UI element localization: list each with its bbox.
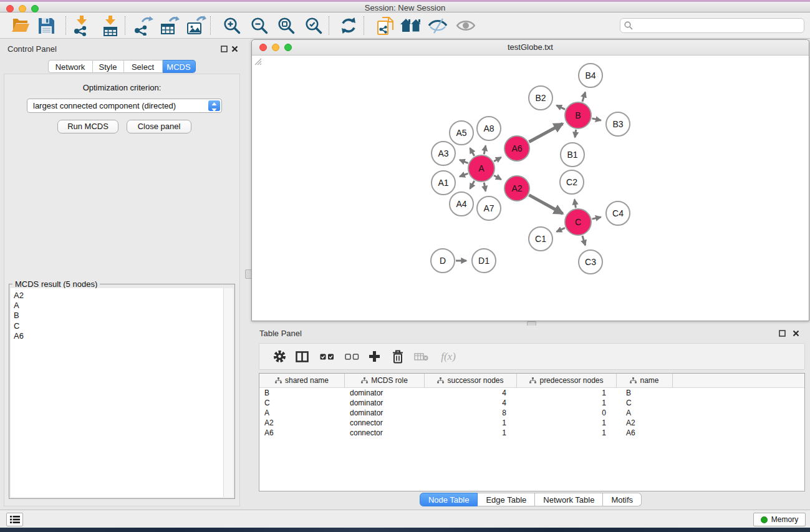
table-cell[interactable]: B: [259, 388, 345, 398]
graph-node-A3[interactable]: A3: [432, 142, 455, 165]
export-table-button[interactable]: [159, 15, 180, 36]
tab-network-table[interactable]: Network Table: [535, 493, 603, 506]
table-row[interactable]: Bdominator41B: [259, 388, 804, 398]
delete-button[interactable]: [388, 344, 407, 369]
mcds-result-item[interactable]: A: [11, 301, 224, 311]
mcds-result-item[interactable]: C: [11, 321, 224, 331]
tab-motifs[interactable]: Motifs: [603, 493, 642, 506]
mcds-result-item[interactable]: A6: [11, 331, 224, 341]
graph-edge-B-B2[interactable]: [556, 105, 565, 110]
import-network-button[interactable]: [71, 15, 92, 36]
mcds-result-scrollbar[interactable]: [223, 288, 233, 497]
import-table-button[interactable]: [100, 15, 121, 36]
open-session-button[interactable]: [10, 15, 31, 36]
zoom-selected-button[interactable]: [303, 15, 324, 36]
table-cell[interactable]: A: [259, 408, 345, 418]
deselect-all-button[interactable]: [342, 344, 361, 369]
graph-edge-C-C1[interactable]: [557, 228, 566, 231]
table-cell[interactable]: 4: [425, 398, 517, 408]
tab-mcds[interactable]: MCDS: [163, 60, 196, 73]
table-cell[interactable]: connector: [345, 418, 425, 428]
table-cell[interactable]: A6: [259, 428, 345, 438]
graph-edge-B-B1[interactable]: [575, 130, 576, 138]
table-cell[interactable]: connector: [345, 428, 425, 438]
network-canvas[interactable]: B4B2BB3A5A8A6A3AB1A1C2A2A4A7C4CC1DD1C3: [252, 56, 809, 321]
graph-node-A6[interactable]: A6: [504, 136, 529, 161]
graph-edge-A-A4[interactable]: [470, 181, 475, 189]
save-session-button[interactable]: [36, 15, 57, 36]
float-table-panel-icon[interactable]: [779, 330, 786, 337]
graph-node-A1[interactable]: A1: [432, 171, 455, 195]
graph-edge-A-A5[interactable]: [470, 148, 475, 156]
memory-button[interactable]: Memory: [753, 513, 806, 526]
table-cell[interactable]: C: [259, 398, 345, 408]
graph-edge-A-A3[interactable]: [460, 160, 468, 163]
graph-node-B2[interactable]: B2: [529, 86, 552, 110]
graph-node-D[interactable]: D: [431, 249, 455, 273]
tab-network[interactable]: Network: [48, 60, 93, 73]
table-cell[interactable]: 1: [425, 418, 517, 428]
table-row[interactable]: A2connector11A2: [259, 418, 804, 428]
table-cell[interactable]: dominator: [345, 398, 425, 408]
column-header-MCDS-role[interactable]: MCDS role: [345, 374, 425, 387]
table-cell[interactable]: dominator: [345, 408, 425, 418]
table-row[interactable]: A6connector11A6: [259, 428, 804, 438]
graph-edge-C-C4[interactable]: [592, 217, 601, 219]
tab-style[interactable]: Style: [93, 60, 124, 73]
graph-edge-B-B3[interactable]: [592, 118, 601, 120]
refresh-button[interactable]: [338, 15, 359, 36]
add-button[interactable]: [365, 344, 383, 369]
tab-node-table[interactable]: Node Table: [420, 493, 478, 506]
table-cell[interactable]: 1: [517, 428, 617, 438]
graph-node-C4[interactable]: C4: [606, 201, 630, 225]
graph-node-C1[interactable]: C1: [529, 227, 552, 251]
graph-edge-A2-C[interactable]: [529, 195, 562, 214]
graph-node-A4[interactable]: A4: [450, 192, 473, 216]
table-cell[interactable]: 1: [425, 428, 517, 438]
graph-node-D1[interactable]: D1: [472, 249, 496, 273]
criterion-select[interactable]: largest connected component (directed): [27, 99, 222, 113]
export-network-button[interactable]: [133, 15, 154, 36]
graph-node-C3[interactable]: C3: [579, 250, 602, 274]
select-all-button[interactable]: [317, 344, 336, 369]
table-cell[interactable]: C: [617, 398, 673, 408]
close-table-panel-icon[interactable]: [793, 330, 799, 337]
graph-node-B4[interactable]: B4: [579, 64, 602, 87]
graph-edge-A-A6[interactable]: [494, 157, 501, 162]
graph-node-C[interactable]: C: [565, 209, 591, 235]
home-layout-button[interactable]: [400, 15, 422, 36]
table-row[interactable]: Cdominator41C: [259, 398, 804, 408]
close-panel-button[interactable]: Close panel: [127, 120, 191, 133]
tab-edge-table[interactable]: Edge Table: [478, 493, 535, 506]
table-cell[interactable]: 4: [425, 388, 517, 398]
graph-edge-A6-B[interactable]: [529, 123, 562, 142]
graph-edge-A-A1[interactable]: [460, 173, 468, 177]
graph-edge-A-A8[interactable]: [484, 146, 486, 155]
graph-edge-C-C3[interactable]: [582, 236, 586, 245]
column-header-predecessor-nodes[interactable]: predecessor nodes: [517, 374, 617, 387]
table-cell[interactable]: A2: [259, 418, 345, 428]
window-resize-grip[interactable]: [252, 56, 262, 65]
column-header-shared-name[interactable]: shared name: [259, 374, 345, 387]
graph-edge-B-B4[interactable]: [582, 92, 586, 102]
graph-edge-A-A2[interactable]: [494, 175, 501, 180]
select-stepper[interactable]: [208, 100, 220, 111]
graph-node-B1[interactable]: B1: [561, 143, 584, 167]
float-panel-icon[interactable]: [221, 46, 228, 52]
graph-node-C2[interactable]: C2: [560, 170, 584, 194]
export-image-button[interactable]: [186, 15, 207, 36]
mcds-result-item[interactable]: B: [11, 311, 224, 321]
table-cell[interactable]: 1: [517, 388, 617, 398]
table-row[interactable]: Adominator80A: [259, 408, 804, 418]
graph-edge-C-C2[interactable]: [574, 200, 576, 208]
show-columns-button[interactable]: [292, 344, 311, 369]
column-header-name[interactable]: name: [617, 374, 673, 387]
table-cell[interactable]: 1: [517, 418, 617, 428]
graph-node-B[interactable]: B: [565, 102, 591, 128]
table-cell[interactable]: 0: [517, 408, 617, 418]
show-eye-button[interactable]: [455, 15, 476, 36]
zoom-in-button[interactable]: [221, 15, 243, 36]
tab-select[interactable]: Select: [124, 60, 163, 73]
task-history-button[interactable]: [6, 513, 23, 526]
graph-node-A8[interactable]: A8: [477, 117, 501, 140]
